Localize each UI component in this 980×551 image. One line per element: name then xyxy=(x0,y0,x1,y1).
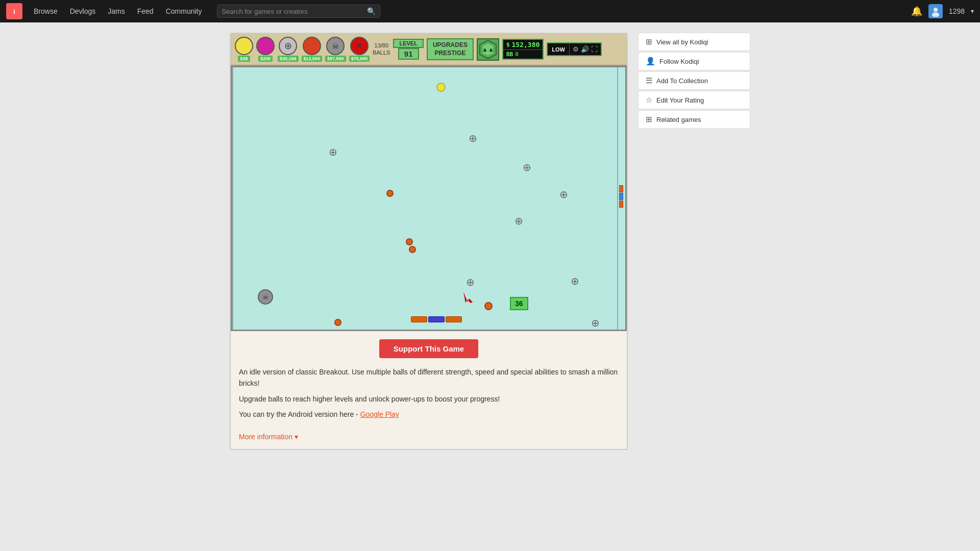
chevron-down-icon[interactable]: ▾ xyxy=(971,8,974,15)
game-ball-orange-2 xyxy=(406,238,413,245)
right-sidebar: ⊞ View all by Kodiqi 👤 Follow Kodiqi ☰ A… xyxy=(638,33,750,450)
border-right xyxy=(617,67,618,330)
crosshair-5: ⊕ xyxy=(513,215,524,227)
level-display: LEVEL 91 xyxy=(393,39,423,60)
user-count: 1298 xyxy=(949,7,965,15)
game-ball-orange-3 xyxy=(409,246,416,253)
search-input[interactable] xyxy=(222,8,367,15)
edit-rating-button[interactable]: ☆ Edit Your Rating xyxy=(638,91,750,109)
dollar-label: $ xyxy=(506,41,510,48)
ball-red-item[interactable]: ✕ $75,000 xyxy=(349,37,370,62)
game-hud: $38 $200 ⊕ $30,196 $13,500 ☠ $97,500 xyxy=(231,34,627,66)
ball-yellow-circle xyxy=(235,37,253,55)
paddle-right xyxy=(446,316,462,322)
quality-display: LOW ⚙ 🔊 ⛶ xyxy=(547,42,602,56)
svg-text:▲▲: ▲▲ xyxy=(482,46,494,53)
google-play-link[interactable]: Google Play xyxy=(360,410,399,418)
crosshair-3: ⊕ xyxy=(521,162,532,173)
search-icon: 🔍 xyxy=(367,7,376,15)
svg-marker-8 xyxy=(463,292,473,303)
desc-3: You can try the Android version here - G… xyxy=(239,409,619,420)
related-icon: ⊞ xyxy=(646,115,652,124)
ball-pink-circle xyxy=(256,37,275,55)
desc-1: An idle version of classic Breakout. Use… xyxy=(239,366,619,389)
ball-red-circle: ✕ xyxy=(350,37,369,55)
game-container: $38 $200 ⊕ $30,196 $13,500 ☠ $97,500 xyxy=(230,33,628,450)
ball-pink-item[interactable]: $200 xyxy=(256,37,275,62)
crosshair-6: ⊕ xyxy=(464,277,476,288)
ball-plus-price: $30,196 xyxy=(278,56,299,62)
main-content: $38 $200 ⊕ $30,196 $13,500 ☠ $97,500 xyxy=(0,22,980,460)
svg-point-3 xyxy=(934,8,938,12)
level-number: 91 xyxy=(398,48,419,60)
ball-yellow-price: $38 xyxy=(238,56,250,62)
game-ball-orange-5 xyxy=(484,302,493,310)
money-display: $ 152,380 BB 0 xyxy=(502,39,544,60)
star-icon: ☆ xyxy=(646,95,652,105)
level-label: LEVEL xyxy=(393,39,423,48)
money-value: 152,380 xyxy=(512,41,540,48)
ball-orangered-price: $13,500 xyxy=(302,56,323,62)
nav-community[interactable]: Community xyxy=(161,4,207,18)
crosshair-7: ⊕ xyxy=(569,276,580,287)
add-collection-button[interactable]: ☰ Add To Collection xyxy=(638,71,750,90)
game-ball-skull: ☠ xyxy=(258,289,273,305)
follow-button[interactable]: 👤 Follow Kodiqi xyxy=(638,52,750,70)
below-game: Support This Game An idle version of cla… xyxy=(231,331,627,449)
ball-pink-price: $200 xyxy=(258,56,273,62)
quality-label: LOW xyxy=(548,43,569,55)
chevron-down-icon: ▾ xyxy=(295,433,298,441)
border-left xyxy=(232,67,233,330)
ball-orangered-item[interactable]: $13,500 xyxy=(302,37,323,62)
ball-red-price: $75,000 xyxy=(349,56,370,62)
user-avatar[interactable] xyxy=(928,4,943,18)
ball-skull-item[interactable]: ☠ $97,500 xyxy=(325,37,346,62)
settings-icon[interactable]: ⚙ xyxy=(573,45,579,53)
paddle-left xyxy=(411,316,427,322)
volume-icon[interactable]: 🔊 xyxy=(581,45,589,53)
side-scroll-indicator xyxy=(619,185,623,208)
nav-browse[interactable]: Browse xyxy=(29,4,63,18)
navbar-right: 🔔 1298 ▾ xyxy=(911,4,974,18)
quality-controls: ⚙ 🔊 ⛶ xyxy=(569,43,601,55)
nav-jams[interactable]: Jams xyxy=(103,4,130,18)
site-logo[interactable]: i xyxy=(6,3,22,19)
crosshair-1: ⊕ xyxy=(327,146,338,158)
crosshair-8: ⊕ xyxy=(590,317,601,329)
ball-plus-circle: ⊕ xyxy=(279,37,297,55)
paddle-group xyxy=(411,316,462,322)
ball-skull-circle: ☠ xyxy=(326,37,345,55)
scroll-seg-top xyxy=(619,185,623,192)
score-box: 36 xyxy=(510,297,528,310)
balls-counter: 13/80 BALLS xyxy=(373,42,390,56)
bb-value: 0 xyxy=(515,51,519,58)
fullscreen-icon[interactable]: ⛶ xyxy=(591,45,598,53)
scroll-seg-bot xyxy=(619,201,623,208)
nav-devlogs[interactable]: Devlogs xyxy=(65,4,101,18)
game-ball-orange-4 xyxy=(334,319,341,326)
more-info-link[interactable]: More information ▾ xyxy=(239,433,298,441)
game-ball-orange-1 xyxy=(386,190,394,197)
search-bar[interactable]: 🔍 xyxy=(217,5,380,18)
ball-yellow-item[interactable]: $38 xyxy=(235,37,253,62)
bb-label: BB xyxy=(506,51,513,58)
rank-badge: ▲▲ xyxy=(477,38,499,61)
notification-icon[interactable]: 🔔 xyxy=(911,6,922,17)
scroll-seg-mid xyxy=(619,193,623,200)
upgrades-prestige-button[interactable]: UPGRADES PRESTIGE xyxy=(427,38,474,60)
nav-feed[interactable]: Feed xyxy=(132,4,159,18)
game-ball-yellow xyxy=(436,83,446,92)
crosshair-4: ⊕ xyxy=(558,189,569,200)
navbar: i Browse Devlogs Jams Feed Community 🔍 🔔… xyxy=(0,0,980,22)
grid-icon: ⊞ xyxy=(646,37,652,46)
desc-2: Upgrade balls to reach higher levels and… xyxy=(239,393,619,405)
crosshair-2: ⊕ xyxy=(467,133,478,144)
follow-icon: 👤 xyxy=(646,57,655,66)
support-button[interactable]: Support This Game xyxy=(379,339,478,358)
view-all-button[interactable]: ⊞ View all by Kodiqi xyxy=(638,33,750,51)
ball-plus-item[interactable]: ⊕ $30,196 xyxy=(278,37,299,62)
ball-skull-price: $97,500 xyxy=(325,56,346,62)
related-games-button[interactable]: ⊞ Related games xyxy=(638,110,750,129)
game-canvas[interactable]: ⊕ ⊕ ⊕ ⊕ ⊕ ⊕ ⊕ ⊕ ⊕ ☠ 36 xyxy=(231,66,627,331)
ball-orangered-circle xyxy=(303,37,321,55)
